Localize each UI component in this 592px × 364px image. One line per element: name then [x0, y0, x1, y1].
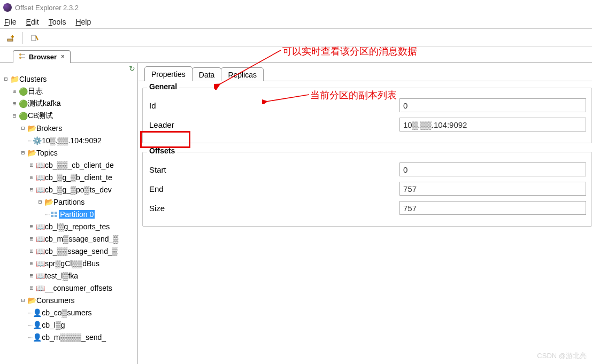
svg-rect-3 — [32, 35, 36, 41]
svg-point-6 — [19, 57, 21, 59]
svg-rect-9 — [51, 212, 53, 214]
field-leader: Leader 10▒.▒▒.104:9092 — [148, 115, 586, 134]
menu-bar: File Edit Tools Help — [0, 15, 592, 29]
refresh-icon[interactable]: ↻ — [129, 64, 135, 73]
edit-button[interactable] — [26, 30, 43, 45]
tree-node-topic[interactable]: ⊞📖cb_l▒g_reports_tes — [2, 220, 137, 233]
menu-file[interactable]: File — [4, 18, 17, 26]
tree-node-broker[interactable]: ····⚙️10▒.▒▒.104:9092 — [2, 134, 137, 146]
toolbar-separator — [22, 32, 23, 44]
toolbar — [0, 29, 592, 47]
tree-node-topic[interactable]: ⊞📖cb_m▒ssage_send_▒ — [2, 233, 137, 245]
tree-node-clusters[interactable]: ⊟📁Clusters — [2, 73, 137, 85]
tree-node-topic[interactable]: ⊟📖cb_▒g_▒po▒ts_dev — [2, 183, 137, 196]
svg-rect-0 — [7, 39, 13, 41]
label-id: Id — [148, 101, 399, 110]
svg-line-4 — [36, 36, 38, 40]
browser-tab-label: Browser — [29, 53, 57, 61]
tree-node-brokers[interactable]: ⊟📂Brokers — [2, 122, 137, 134]
menu-edit[interactable]: Edit — [26, 18, 39, 26]
label-end: End — [148, 184, 399, 193]
field-end: End 757 — [148, 179, 586, 198]
partition-icon — [49, 211, 59, 218]
close-tab-icon[interactable]: × — [61, 53, 65, 60]
tab-properties[interactable]: Properties — [144, 66, 193, 81]
title-bar: Offset Explorer 2.3.2 — [0, 0, 592, 15]
group-offsets: Offsets Start 0 End 757 Size 757 — [142, 152, 592, 227]
tree-node-topic[interactable]: ⊞📖cb_▒▒_cb_client_de — [2, 159, 137, 171]
consumer-icon: 👤 — [32, 321, 42, 329]
browser-sidebar: ↻ ⊟📁Clusters ⊞🟢日志 ⊞🟢测试kafka ⊟🟢CB测试 ⊟📂Bro… — [0, 63, 138, 364]
tree-node-partition[interactable]: ····Partition 0 — [2, 208, 137, 220]
tree-node-topic[interactable]: ⊞📖cb_▒▒ssage_send_▒ — [2, 245, 137, 257]
svg-rect-10 — [55, 212, 57, 214]
consumer-icon: 👤 — [32, 308, 42, 317]
menu-tools[interactable]: Tools — [49, 18, 66, 26]
label-leader: Leader — [148, 120, 399, 129]
tree-icon — [19, 53, 26, 61]
value-id[interactable]: 0 — [399, 98, 586, 112]
pencil-icon — [30, 34, 39, 42]
legend-offsets: Offsets — [147, 146, 177, 155]
svg-rect-11 — [51, 215, 53, 217]
svg-rect-12 — [55, 215, 57, 217]
value-leader[interactable]: 10▒.▒▒.104:9092 — [399, 118, 586, 131]
label-size: Size — [148, 204, 399, 213]
tree-node-topic[interactable]: ⊞📖__consumer_offsets — [2, 282, 137, 294]
tree-node-consumer[interactable]: ····👤cb_l▒g — [2, 319, 137, 331]
tree-node-cluster[interactable]: ⊞🟢测试kafka — [2, 97, 137, 110]
tab-data[interactable]: Data — [192, 67, 222, 81]
app-logo-icon — [3, 3, 12, 12]
value-size[interactable]: 757 — [399, 201, 586, 215]
tree-node-cluster[interactable]: ⊟🟢CB测试 — [2, 110, 137, 122]
add-cluster-button[interactable] — [2, 30, 19, 45]
panel-tab-row: Browser × — [0, 47, 592, 63]
value-end[interactable]: 757 — [399, 182, 586, 196]
field-size: Size 757 — [148, 198, 586, 218]
field-id: Id 0 — [148, 96, 586, 115]
value-start[interactable]: 0 — [399, 162, 586, 176]
tree-node-topic[interactable]: ⊞📖test_l▒fka — [2, 269, 137, 282]
field-start: Start 0 — [148, 160, 586, 179]
tree-node-consumer[interactable]: ····👤cb_co▒sumers — [2, 306, 137, 319]
menu-help[interactable]: Help — [75, 18, 91, 26]
tree-node-topic[interactable]: ⊞📖spr▒gCl▒▒dBus — [2, 257, 137, 269]
svg-point-5 — [19, 53, 21, 56]
tree-node-cluster[interactable]: ⊞🟢日志 — [2, 85, 137, 97]
tab-replicas[interactable]: Replicas — [221, 67, 264, 81]
add-cluster-icon — [6, 34, 15, 42]
detail-tabs: Properties Data Replicas — [138, 65, 592, 81]
window-title: Offset Explorer 2.3.2 — [15, 4, 79, 12]
tree-node-topics[interactable]: ⊟📂Topics — [2, 146, 137, 159]
watermark: CSDN @游北亮 — [537, 351, 587, 361]
browser-panel-tab[interactable]: Browser × — [13, 50, 71, 63]
cluster-tree[interactable]: ⊟📁Clusters ⊞🟢日志 ⊞🟢测试kafka ⊟🟢CB测试 ⊟📂Broke… — [0, 63, 137, 343]
tree-node-consumers[interactable]: ⊟📂Consumers — [2, 294, 137, 306]
legend-general: General — [147, 82, 179, 91]
label-start: Start — [148, 165, 399, 174]
content-panel: Properties Data Replicas General Id 0 Le… — [138, 63, 592, 364]
group-general: General Id 0 Leader 10▒.▒▒.104:9092 — [142, 88, 592, 143]
consumer-icon: 👤 — [32, 333, 42, 342]
tree-node-consumer[interactable]: ····👤cb_m▒▒▒▒_send_ — [2, 331, 137, 343]
tree-node-partitions[interactable]: ⊟📂Partitions — [2, 196, 137, 208]
tree-node-topic[interactable]: ⊞📖cb_▒g_▒b_client_te — [2, 171, 137, 183]
